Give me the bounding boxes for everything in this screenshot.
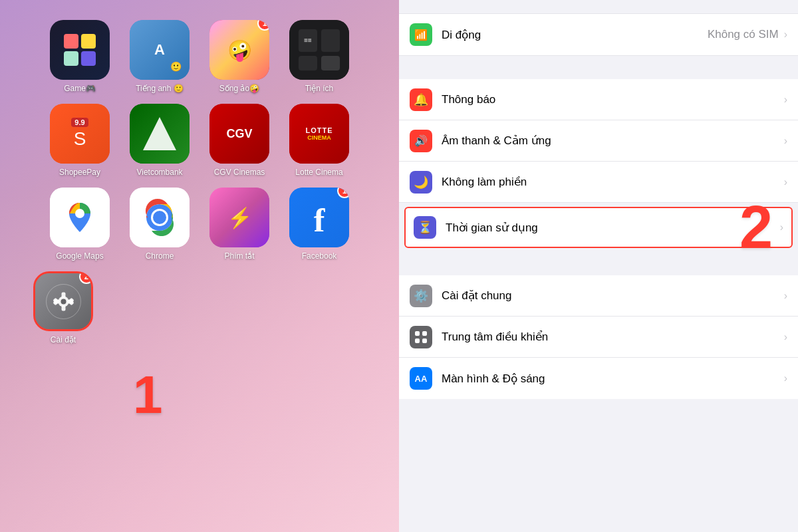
app-googlemaps[interactable]: Google Maps — [43, 188, 116, 261]
settings-row-thoigiansudung[interactable]: ⏳ Thời gian sử dụng › 2 — [404, 207, 793, 248]
thongbao-label: Thông báo — [442, 93, 784, 106]
didong-icon: 📶 — [410, 23, 432, 46]
khonglamphi-chevron: › — [784, 176, 787, 188]
apps-grid: Game🎮 A 🙂 Tiếng anh 🙂 🤪 1 Sống ảo🤪 — [43, 20, 356, 261]
app-tienIch-label: Tiện ích — [305, 84, 334, 93]
app-chrome[interactable]: Chrome — [123, 188, 196, 261]
svg-point-5 — [153, 211, 166, 224]
khonglamphi-icon: 🌙 — [410, 171, 432, 194]
didong-value: Không có SIM — [708, 28, 779, 41]
caidatchung-icon: ⚙️ — [410, 285, 432, 307]
app-tiengAnh[interactable]: A 🙂 Tiếng anh 🙂 — [123, 20, 196, 93]
svg-point-8 — [61, 299, 66, 304]
thoigiansudung-chevron: › — [780, 221, 783, 233]
app-tienIch[interactable]: ≡≡ Tiện ích — [283, 20, 356, 93]
trungtam-icon — [410, 326, 432, 348]
manhinh-label: Màn hình & Độ sáng — [442, 372, 784, 386]
caidatchung-label: Cài đặt chung — [442, 289, 784, 303]
app-songAo-label: Sống ảo🤪 — [219, 84, 259, 93]
thoigiansudung-label: Thời gian sử dụng — [446, 221, 780, 235]
app-game[interactable]: Game🎮 — [43, 20, 116, 93]
settings-row-caidatchung[interactable]: ⚙️ Cài đặt chung › — [399, 275, 798, 317]
app-caidat[interactable]: 2 Cài đặt — [33, 271, 93, 344]
right-panel: 📶 Di động Không có SIM › 🔔 Thông báo › 🔊… — [399, 0, 798, 532]
svg-rect-20 — [422, 338, 427, 343]
app-chrome-label: Chrome — [146, 251, 174, 261]
settings-row-amthanh[interactable]: 🔊 Âm thanh & Cảm ứng › — [399, 120, 798, 162]
app-cgv-label: CGV Cinemas — [214, 168, 265, 177]
app-songAo[interactable]: 🤪 1 Sống ảo🤪 — [203, 20, 276, 93]
settings-row-manhinh[interactable]: AA Màn hình & Độ sáng › — [399, 358, 798, 399]
svg-rect-9 — [61, 292, 65, 297]
settings-row-didong[interactable]: 📶 Di động Không có SIM › — [399, 13, 798, 56]
settings-row-khonglamphi[interactable]: 🌙 Không làm phiền › — [399, 162, 798, 203]
app-phimtat-label: Phím tắt — [224, 251, 254, 261]
manhinh-icon: AA — [410, 367, 432, 390]
svg-point-1 — [75, 209, 84, 218]
trungtam-chevron: › — [784, 331, 787, 343]
caidatchung-chevron: › — [784, 290, 787, 302]
svg-rect-19 — [415, 338, 420, 343]
svg-rect-10 — [61, 305, 65, 311]
app-facebook-label: Facebook — [302, 251, 337, 261]
thongbao-icon: 🔔 — [410, 88, 432, 111]
app-tiengAnh-label: Tiếng anh 🙂 — [136, 84, 184, 93]
settings-row-thongbao[interactable]: 🔔 Thông báo › — [399, 79, 798, 120]
app-facebook[interactable]: f 1 Facebook — [283, 188, 356, 261]
didong-chevron: › — [784, 29, 787, 41]
app-phimtat[interactable]: ⚡ Phím tắt — [203, 188, 276, 261]
app-googlemaps-label: Google Maps — [56, 251, 103, 261]
khonglamphi-label: Không làm phiền — [442, 175, 784, 189]
thongbao-chevron: › — [784, 94, 787, 106]
thoigiansudung-icon: ⏳ — [414, 216, 436, 239]
trungtam-label: Trung tâm điều khiển — [442, 330, 784, 344]
app-lotte-label: Lotte Cinema — [295, 168, 342, 177]
app-cgv[interactable]: CGV CGV Cinemas — [203, 104, 276, 177]
svg-rect-18 — [422, 331, 427, 336]
app-shopee-label: ShopeePay — [59, 168, 100, 177]
app-vietcombank[interactable]: Vietcombank — [123, 104, 196, 177]
app-lotte[interactable]: LOTTE CINEMA Lotte Cinema — [283, 104, 356, 177]
left-panel: Game🎮 A 🙂 Tiếng anh 🙂 🤪 1 Sống ảo🤪 — [0, 0, 399, 532]
amthanh-chevron: › — [784, 135, 787, 147]
app-caidat-label: Cài đặt — [51, 335, 76, 344]
settings-row-trungtam[interactable]: Trung tâm điều khiển › — [399, 317, 798, 358]
app-vietcombank-label: Vietcombank — [136, 168, 182, 177]
app-shopee[interactable]: 9.9 S ShopeePay — [43, 104, 116, 177]
manhinh-chevron: › — [784, 372, 787, 384]
svg-rect-17 — [415, 331, 420, 336]
amthanh-icon: 🔊 — [410, 130, 432, 152]
step-1-number: 1 — [133, 364, 163, 426]
settings-list: 📶 Di động Không có SIM › 🔔 Thông báo › 🔊… — [399, 0, 798, 532]
amthanh-label: Âm thanh & Cảm ứng — [442, 134, 784, 148]
step-2-number: 2 — [739, 194, 773, 262]
app-game-label: Game🎮 — [64, 84, 96, 93]
didong-label: Di động — [442, 28, 708, 42]
